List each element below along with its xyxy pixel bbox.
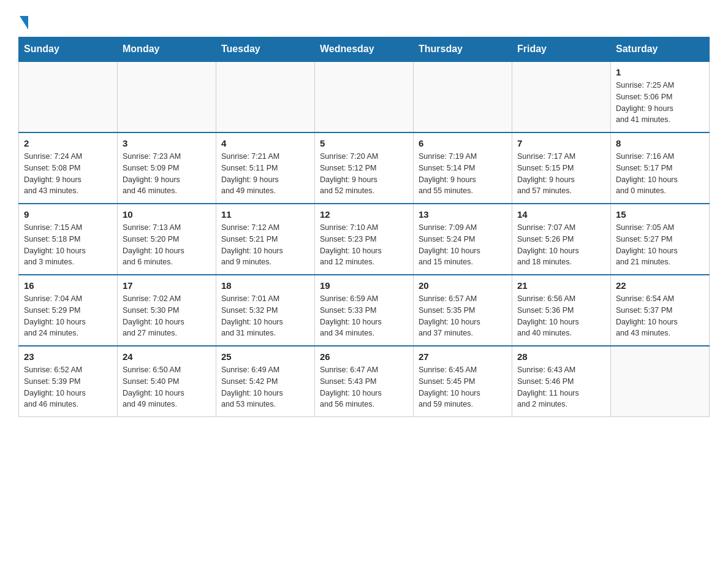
day-info: Sunrise: 6:47 AM Sunset: 5:43 PM Dayligh… — [320, 364, 408, 410]
day-info: Sunrise: 7:20 AM Sunset: 5:12 PM Dayligh… — [320, 151, 408, 197]
day-number: 16 — [24, 280, 112, 291]
logo-arrow-icon — [20, 16, 28, 29]
day-number: 15 — [616, 209, 704, 220]
day-number: 27 — [419, 351, 507, 362]
day-info: Sunrise: 6:43 AM Sunset: 5:46 PM Dayligh… — [517, 364, 605, 410]
day-info: Sunrise: 7:13 AM Sunset: 5:20 PM Dayligh… — [123, 222, 211, 268]
calendar-cell: 25Sunrise: 6:49 AM Sunset: 5:42 PM Dayli… — [216, 346, 315, 417]
day-info: Sunrise: 7:09 AM Sunset: 5:24 PM Dayligh… — [419, 222, 507, 268]
calendar-cell — [315, 61, 414, 132]
calendar-cell: 13Sunrise: 7:09 AM Sunset: 5:24 PM Dayli… — [414, 204, 512, 275]
calendar-cell: 22Sunrise: 6:54 AM Sunset: 5:37 PM Dayli… — [611, 275, 710, 346]
day-number: 5 — [320, 138, 408, 148]
week-row-4: 16Sunrise: 7:04 AM Sunset: 5:29 PM Dayli… — [19, 275, 710, 346]
day-number: 18 — [221, 280, 309, 291]
logo — [18, 12, 28, 25]
day-info: Sunrise: 6:56 AM Sunset: 5:36 PM Dayligh… — [517, 293, 605, 339]
day-info: Sunrise: 6:45 AM Sunset: 5:45 PM Dayligh… — [419, 364, 507, 410]
day-number: 23 — [24, 351, 112, 362]
day-info: Sunrise: 6:52 AM Sunset: 5:39 PM Dayligh… — [24, 364, 112, 410]
calendar-header-row: SundayMondayTuesdayWednesdayThursdayFrid… — [19, 37, 710, 62]
day-header-saturday: Saturday — [611, 37, 710, 62]
calendar-cell: 6Sunrise: 7:19 AM Sunset: 5:14 PM Daylig… — [414, 132, 512, 204]
calendar-cell: 21Sunrise: 6:56 AM Sunset: 5:36 PM Dayli… — [512, 275, 611, 346]
week-row-3: 9Sunrise: 7:15 AM Sunset: 5:18 PM Daylig… — [19, 204, 710, 275]
calendar-table: SundayMondayTuesdayWednesdayThursdayFrid… — [18, 37, 710, 417]
calendar-cell: 1Sunrise: 7:25 AM Sunset: 5:06 PM Daylig… — [611, 61, 710, 132]
day-number: 17 — [123, 280, 211, 291]
day-number: 2 — [24, 138, 112, 148]
day-info: Sunrise: 7:25 AM Sunset: 5:06 PM Dayligh… — [616, 80, 704, 126]
week-row-1: 1Sunrise: 7:25 AM Sunset: 5:06 PM Daylig… — [19, 61, 710, 132]
calendar-cell: 17Sunrise: 7:02 AM Sunset: 5:30 PM Dayli… — [118, 275, 216, 346]
day-info: Sunrise: 7:10 AM Sunset: 5:23 PM Dayligh… — [320, 222, 408, 268]
day-number: 13 — [419, 209, 507, 220]
day-number: 26 — [320, 351, 408, 362]
day-info: Sunrise: 6:57 AM Sunset: 5:35 PM Dayligh… — [419, 293, 507, 339]
day-number: 19 — [320, 280, 408, 291]
calendar-cell — [118, 61, 216, 132]
day-number: 10 — [123, 209, 211, 220]
day-info: Sunrise: 7:01 AM Sunset: 5:32 PM Dayligh… — [221, 293, 309, 339]
calendar-cell: 7Sunrise: 7:17 AM Sunset: 5:15 PM Daylig… — [512, 132, 611, 204]
day-info: Sunrise: 7:05 AM Sunset: 5:27 PM Dayligh… — [616, 222, 704, 268]
day-number: 8 — [616, 138, 704, 148]
day-info: Sunrise: 7:24 AM Sunset: 5:08 PM Dayligh… — [24, 151, 112, 197]
day-info: Sunrise: 7:07 AM Sunset: 5:26 PM Dayligh… — [517, 222, 605, 268]
day-number: 7 — [517, 138, 605, 148]
calendar-cell: 12Sunrise: 7:10 AM Sunset: 5:23 PM Dayli… — [315, 204, 414, 275]
day-info: Sunrise: 6:59 AM Sunset: 5:33 PM Dayligh… — [320, 293, 408, 339]
day-info: Sunrise: 6:54 AM Sunset: 5:37 PM Dayligh… — [616, 293, 704, 339]
day-number: 6 — [419, 138, 507, 148]
day-info: Sunrise: 7:12 AM Sunset: 5:21 PM Dayligh… — [221, 222, 309, 268]
calendar-cell: 15Sunrise: 7:05 AM Sunset: 5:27 PM Dayli… — [611, 204, 710, 275]
calendar-cell — [216, 61, 315, 132]
day-number: 21 — [517, 280, 605, 291]
day-header-friday: Friday — [512, 37, 611, 62]
day-number: 14 — [517, 209, 605, 220]
calendar-cell: 14Sunrise: 7:07 AM Sunset: 5:26 PM Dayli… — [512, 204, 611, 275]
calendar-cell: 23Sunrise: 6:52 AM Sunset: 5:39 PM Dayli… — [19, 346, 118, 417]
calendar-cell: 26Sunrise: 6:47 AM Sunset: 5:43 PM Dayli… — [315, 346, 414, 417]
day-info: Sunrise: 7:21 AM Sunset: 5:11 PM Dayligh… — [221, 151, 309, 197]
day-header-monday: Monday — [118, 37, 216, 62]
day-number: 4 — [221, 138, 309, 148]
day-header-thursday: Thursday — [414, 37, 512, 62]
day-number: 9 — [24, 209, 112, 220]
day-number: 11 — [221, 209, 309, 220]
day-number: 1 — [616, 67, 704, 77]
week-row-5: 23Sunrise: 6:52 AM Sunset: 5:39 PM Dayli… — [19, 346, 710, 417]
calendar-cell: 19Sunrise: 6:59 AM Sunset: 5:33 PM Dayli… — [315, 275, 414, 346]
day-number: 28 — [517, 351, 605, 362]
calendar-cell — [512, 61, 611, 132]
calendar-cell: 24Sunrise: 6:50 AM Sunset: 5:40 PM Dayli… — [118, 346, 216, 417]
calendar-cell: 2Sunrise: 7:24 AM Sunset: 5:08 PM Daylig… — [19, 132, 118, 204]
day-info: Sunrise: 6:50 AM Sunset: 5:40 PM Dayligh… — [123, 364, 211, 410]
calendar-cell: 20Sunrise: 6:57 AM Sunset: 5:35 PM Dayli… — [414, 275, 512, 346]
day-header-sunday: Sunday — [19, 37, 118, 62]
calendar-cell: 27Sunrise: 6:45 AM Sunset: 5:45 PM Dayli… — [414, 346, 512, 417]
day-header-tuesday: Tuesday — [216, 37, 315, 62]
day-number: 24 — [123, 351, 211, 362]
calendar-cell: 11Sunrise: 7:12 AM Sunset: 5:21 PM Dayli… — [216, 204, 315, 275]
calendar-cell — [414, 61, 512, 132]
day-info: Sunrise: 7:16 AM Sunset: 5:17 PM Dayligh… — [616, 151, 704, 197]
day-info: Sunrise: 7:19 AM Sunset: 5:14 PM Dayligh… — [419, 151, 507, 197]
day-info: Sunrise: 7:17 AM Sunset: 5:15 PM Dayligh… — [517, 151, 605, 197]
day-info: Sunrise: 7:23 AM Sunset: 5:09 PM Dayligh… — [123, 151, 211, 197]
calendar-cell: 4Sunrise: 7:21 AM Sunset: 5:11 PM Daylig… — [216, 132, 315, 204]
calendar-cell: 5Sunrise: 7:20 AM Sunset: 5:12 PM Daylig… — [315, 132, 414, 204]
day-info: Sunrise: 7:15 AM Sunset: 5:18 PM Dayligh… — [24, 222, 112, 268]
calendar-cell: 3Sunrise: 7:23 AM Sunset: 5:09 PM Daylig… — [118, 132, 216, 204]
day-number: 25 — [221, 351, 309, 362]
calendar-cell: 16Sunrise: 7:04 AM Sunset: 5:29 PM Dayli… — [19, 275, 118, 346]
week-row-2: 2Sunrise: 7:24 AM Sunset: 5:08 PM Daylig… — [19, 132, 710, 204]
day-info: Sunrise: 7:02 AM Sunset: 5:30 PM Dayligh… — [123, 293, 211, 339]
calendar-cell — [611, 346, 710, 417]
day-info: Sunrise: 7:04 AM Sunset: 5:29 PM Dayligh… — [24, 293, 112, 339]
day-number: 3 — [123, 138, 211, 148]
calendar-cell: 10Sunrise: 7:13 AM Sunset: 5:20 PM Dayli… — [118, 204, 216, 275]
day-number: 12 — [320, 209, 408, 220]
calendar-cell: 18Sunrise: 7:01 AM Sunset: 5:32 PM Dayli… — [216, 275, 315, 346]
page-header — [18, 12, 710, 25]
